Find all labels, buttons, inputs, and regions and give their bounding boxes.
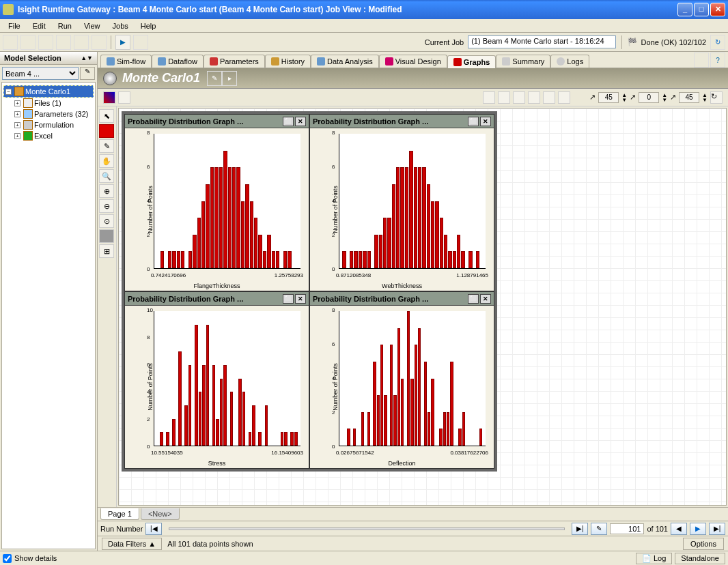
blank-tool[interactable] — [99, 229, 114, 243]
chart-close-button[interactable]: ✕ — [295, 117, 306, 126]
page-tab[interactable]: Page 1 — [100, 508, 139, 520]
menu-jobs[interactable]: Jobs — [107, 20, 134, 31]
model-select[interactable]: Beam 4 ... — [2, 67, 79, 80]
menu-help[interactable]: Help — [135, 20, 162, 31]
tab-visualdesign[interactable]: Visual Design — [379, 55, 447, 68]
run-counter[interactable]: 101 — [610, 523, 644, 534]
pointer-tool[interactable]: ⬉ — [99, 109, 114, 123]
menu-edit[interactable]: Edit — [27, 20, 51, 31]
zoom-out-tool[interactable]: ⊖ — [99, 199, 114, 213]
toolbar-btn[interactable] — [20, 35, 36, 50]
tab-dataanalysis[interactable]: Data Analysis — [311, 55, 379, 68]
header-edit-button[interactable]: ✎ — [207, 71, 222, 86]
new-page-tab[interactable]: <New> — [141, 508, 180, 520]
tree-node-formulation[interactable]: +Formulation — [13, 119, 94, 130]
chart-close-button[interactable]: ✕ — [480, 117, 491, 126]
run-slider[interactable] — [169, 527, 565, 530]
collapse-icon[interactable]: ▲▼ — [81, 55, 93, 61]
tab-history[interactable]: History — [265, 55, 311, 68]
zoom-in-tool[interactable]: ⊕ — [99, 184, 114, 198]
spinner-arrows[interactable]: ▲▼ — [702, 93, 708, 102]
chart-max-button[interactable]: ⬜ — [468, 117, 479, 126]
layout-button[interactable] — [528, 91, 540, 104]
rot-z-spinner[interactable]: 45 — [679, 92, 699, 103]
log-button[interactable]: 📄 Log — [636, 553, 672, 564]
current-job-select[interactable]: (1) Beam 4 Monte Carlo start - 18:16:24 — [468, 35, 615, 48]
tab-parameters[interactable]: Parameters — [204, 55, 265, 68]
table-button[interactable] — [118, 91, 130, 104]
rot-x-spinner[interactable]: 45 — [598, 92, 619, 103]
multi-chart-tool[interactable]: ⊞ — [99, 244, 114, 258]
toolbar-btn[interactable] — [56, 35, 71, 50]
expand-toggle[interactable]: + — [14, 100, 20, 106]
tree-node-excel[interactable]: +Excel — [13, 130, 94, 141]
expand-toggle[interactable]: + — [14, 122, 20, 128]
graph-canvas[interactable]: Probability Distribution Graph ...⬜✕0246… — [118, 108, 727, 506]
layout-button[interactable] — [543, 91, 555, 104]
next-button[interactable]: ▶ — [690, 523, 706, 535]
play-end-button[interactable]: ▶| — [572, 523, 588, 535]
tab-simflow[interactable]: Sim-flow — [100, 55, 152, 68]
tree-root-label: Monte Carlo1 — [25, 87, 70, 96]
zoom-reset-tool[interactable]: ⊙ — [99, 214, 114, 228]
hand-tool[interactable]: ✋ — [99, 154, 114, 168]
model-tree[interactable]: − Monte Carlo1 +Files (1) +Parameters (3… — [1, 82, 96, 549]
tab-summary[interactable]: Summary — [496, 55, 550, 68]
menu-run[interactable]: Run — [53, 20, 77, 31]
rot-y-spinner[interactable]: 0 — [639, 92, 659, 103]
tab-graphs[interactable]: Graphs — [447, 55, 496, 68]
zoom-area-tool[interactable]: 🔍 — [99, 169, 114, 183]
model-edit-button[interactable]: ✎ — [80, 67, 95, 80]
chart-window[interactable]: Probability Distribution Graph ...⬜✕0246… — [309, 291, 494, 469]
collapse-toggle[interactable]: − — [5, 89, 12, 95]
data-filters-button[interactable]: Data Filters ▲ — [102, 538, 162, 550]
chart-max-button[interactable]: ⬜ — [283, 294, 294, 304]
chart-max-button[interactable]: ⬜ — [468, 294, 479, 304]
chart-close-button[interactable]: ✕ — [480, 294, 491, 304]
chart-window[interactable]: Probability Distribution Graph ...⬜✕0246… — [124, 114, 309, 291]
reset-rotation-button[interactable]: ↻ — [710, 91, 723, 104]
end-button[interactable]: ▶| — [709, 523, 725, 535]
tab-dataflow[interactable]: Dataflow — [152, 55, 204, 68]
toolbar-btn[interactable] — [133, 35, 148, 50]
menu-file[interactable]: File — [3, 20, 26, 31]
refresh-button[interactable]: ↻ — [710, 35, 725, 50]
chart-window[interactable]: Probability Distribution Graph ...⬜✕0246… — [309, 114, 494, 291]
tree-node-files[interactable]: +Files (1) — [13, 98, 94, 108]
minimize-button[interactable]: _ — [677, 3, 692, 16]
show-details-checkbox[interactable]: Show details — [3, 554, 57, 563]
run-button[interactable]: ▶ — [115, 35, 130, 50]
toolbar-btn[interactable] — [74, 35, 89, 50]
close-button[interactable]: ✕ — [710, 3, 725, 16]
maximize-button[interactable]: □ — [694, 3, 709, 16]
layout-button[interactable] — [513, 91, 525, 104]
component-header: Monte Carlo1 ✎ ▸ — [98, 68, 728, 89]
spinner-arrows[interactable]: ▲▼ — [662, 93, 667, 102]
spinner-arrows[interactable]: ▲▼ — [621, 93, 627, 102]
expand-toggle[interactable]: + — [14, 133, 20, 139]
layout-button[interactable] — [498, 91, 510, 104]
header-run-button[interactable]: ▸ — [222, 71, 237, 86]
tab-extra-button[interactable] — [694, 53, 709, 68]
first-button[interactable]: |◀ — [145, 523, 162, 535]
chart-window[interactable]: Probability Distribution Graph ...⬜✕0246… — [124, 291, 309, 469]
tree-node-params[interactable]: +Parameters (32) — [13, 108, 94, 119]
tree-root[interactable]: − Monte Carlo1 — [3, 85, 94, 98]
chart-type-button[interactable] — [103, 91, 115, 104]
brush-tool[interactable]: ✎ — [99, 139, 114, 153]
tab-logs[interactable]: Logs — [550, 55, 589, 68]
toolbar-btn[interactable] — [3, 35, 18, 50]
chart-max-button[interactable]: ⬜ — [283, 117, 294, 126]
expand-toggle[interactable]: + — [14, 111, 20, 117]
toolbar-btn[interactable] — [92, 35, 107, 50]
brush-button[interactable]: ✎ — [591, 523, 607, 535]
menu-view[interactable]: View — [79, 20, 106, 31]
layout-button[interactable] — [483, 91, 495, 104]
toolbar-btn[interactable] — [38, 35, 53, 50]
options-button[interactable]: Options — [683, 538, 724, 550]
help-button[interactable]: ? — [710, 53, 725, 68]
layout-button[interactable] — [558, 91, 570, 104]
chart-close-button[interactable]: ✕ — [295, 294, 306, 304]
color-tool[interactable] — [99, 124, 114, 138]
prev-button[interactable]: ◀ — [671, 523, 687, 535]
